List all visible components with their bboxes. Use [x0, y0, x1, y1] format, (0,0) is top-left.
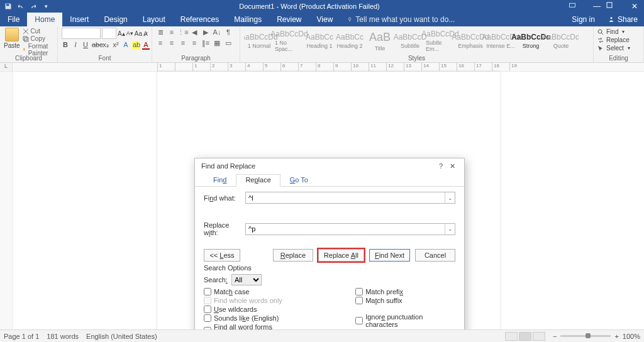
shrink-font-icon[interactable]: A▾: [126, 30, 133, 36]
less-button[interactable]: << Less: [204, 249, 240, 262]
zoom-out-icon[interactable]: −: [553, 333, 557, 340]
tab-mailings[interactable]: Mailings: [226, 13, 269, 26]
find-what-combo[interactable]: ⌄: [245, 192, 455, 204]
align-right-icon[interactable]: ≡: [179, 38, 187, 47]
subscript-button[interactable]: x₂: [102, 41, 109, 50]
style-heading1[interactable]: AaBbCcHeading 1: [304, 28, 335, 54]
find-what-input[interactable]: [246, 192, 445, 203]
replace-one-button[interactable]: Replace: [273, 249, 313, 262]
tab-layout[interactable]: Layout: [135, 13, 173, 26]
style-heading2[interactable]: AaBbCcHeading 2: [335, 28, 365, 54]
minimize-icon[interactable]: ―: [587, 2, 606, 11]
save-icon[interactable]: [4, 2, 13, 11]
match-prefix-check[interactable]: Match prefix: [355, 288, 455, 295]
status-words[interactable]: 181 words: [47, 333, 79, 340]
multilevel-icon[interactable]: ⋮≡: [179, 28, 187, 36]
replace-with-combo[interactable]: ⌄: [245, 223, 455, 235]
find-next-button[interactable]: Find Next: [369, 249, 410, 262]
dialog-help-icon[interactable]: ?: [435, 162, 447, 170]
line-spacing-icon[interactable]: ‖≡: [201, 38, 210, 47]
sounds-like-check[interactable]: Sounds like (English): [204, 314, 299, 322]
borders-icon[interactable]: ▭: [224, 38, 233, 47]
text-effects-icon[interactable]: A: [122, 41, 130, 50]
grow-font-icon[interactable]: A▴: [118, 30, 125, 37]
search-direction-select[interactable]: All: [231, 274, 262, 285]
paste-button[interactable]: Paste: [4, 28, 20, 57]
chevron-down-icon[interactable]: ⌄: [445, 192, 455, 203]
font-name-combo[interactable]: [62, 28, 101, 39]
decrease-indent-icon[interactable]: ◀: [190, 28, 199, 36]
copy-button[interactable]: Copy: [23, 35, 53, 42]
undo-icon[interactable]: [16, 2, 25, 11]
status-language[interactable]: English (United States): [86, 333, 157, 340]
share-button[interactable]: Share: [601, 13, 644, 26]
replace-with-input[interactable]: [246, 224, 445, 234]
match-suffix-check[interactable]: Match suffix: [355, 297, 455, 304]
status-page[interactable]: Page 1 of 1: [4, 333, 39, 340]
dialog-titlebar[interactable]: Find and Replace ? ✕: [195, 158, 464, 174]
maximize-icon[interactable]: [606, 2, 625, 11]
tab-home[interactable]: Home: [27, 13, 62, 26]
cancel-button[interactable]: Cancel: [415, 249, 455, 262]
show-marks-icon[interactable]: ¶: [224, 28, 233, 36]
highlight-icon[interactable]: ab: [132, 41, 140, 50]
bullets-icon[interactable]: ≣: [156, 28, 165, 36]
dialog-tab-goto[interactable]: Go To: [280, 174, 318, 187]
find-button[interactable]: Find▾: [597, 28, 640, 36]
style-normal[interactable]: AaBbCcDd1 Normal: [244, 28, 274, 54]
zoom-in-icon[interactable]: +: [614, 333, 618, 340]
italic-button[interactable]: I: [72, 41, 79, 50]
redo-icon[interactable]: [29, 2, 38, 11]
tab-design[interactable]: Design: [96, 13, 135, 26]
replace-button[interactable]: Replace: [597, 36, 640, 44]
qat-customize-icon[interactable]: ▾: [42, 2, 50, 11]
tab-review[interactable]: Review: [269, 13, 309, 26]
zoom-slider[interactable]: [560, 335, 611, 337]
strikethrough-button[interactable]: abc: [92, 41, 99, 50]
cut-button[interactable]: Cut: [23, 28, 53, 35]
match-case-check[interactable]: Match case: [204, 288, 299, 295]
zoom-control[interactable]: − + 100%: [553, 333, 640, 340]
read-mode-icon[interactable]: [505, 332, 518, 341]
select-button[interactable]: Select▾: [597, 44, 640, 52]
bold-button[interactable]: B: [62, 41, 69, 50]
ignore-punct-check[interactable]: Ignore punctuation characters: [355, 313, 455, 328]
horizontal-ruler[interactable]: 112345678910111213141516171819: [13, 63, 644, 71]
style-emphasis[interactable]: AaBbCcDdEmphasis: [455, 28, 486, 54]
font-color-icon[interactable]: A: [142, 41, 150, 50]
style-nospacing[interactable]: AaBbCcDd1 No Spac...: [274, 28, 304, 54]
document-canvas[interactable]: Find and Replace ? ✕ Find Replace Go To …: [13, 72, 644, 336]
justify-icon[interactable]: ≡: [190, 38, 199, 47]
sort-icon[interactable]: A↓: [213, 28, 221, 36]
align-center-icon[interactable]: ≡: [167, 38, 176, 47]
dialog-close-icon[interactable]: ✕: [447, 162, 458, 170]
ribbon-options-icon[interactable]: [569, 2, 587, 11]
vertical-ruler[interactable]: [0, 72, 13, 336]
tell-me[interactable]: Tell me what you want to do...: [340, 13, 455, 26]
dialog-tab-replace[interactable]: Replace: [236, 174, 280, 187]
style-subtle-em[interactable]: AaBbCcDdSubtle Em...: [425, 28, 455, 54]
replace-all-button[interactable]: Replace All: [318, 249, 364, 262]
close-icon[interactable]: ✕: [625, 2, 644, 11]
web-layout-icon[interactable]: [533, 332, 545, 341]
shading-icon[interactable]: ▦: [213, 38, 221, 47]
zoom-value[interactable]: 100%: [623, 333, 640, 340]
numbering-icon[interactable]: ≡: [167, 28, 176, 36]
sign-in[interactable]: Sign in: [565, 13, 601, 26]
chevron-down-icon[interactable]: ⌄: [445, 224, 455, 234]
superscript-button[interactable]: x²: [112, 41, 119, 50]
dialog-tab-find[interactable]: Find: [204, 174, 236, 187]
tab-references[interactable]: References: [173, 13, 226, 26]
align-left-icon[interactable]: ≡: [156, 38, 165, 47]
tab-file[interactable]: File: [0, 13, 27, 26]
wildcards-check[interactable]: Use wildcards: [204, 306, 299, 313]
font-size-combo[interactable]: [102, 28, 116, 39]
change-case-icon[interactable]: Aa: [135, 30, 142, 37]
clear-formatting-icon[interactable]: A̷: [143, 30, 148, 37]
tab-insert[interactable]: Insert: [62, 13, 96, 26]
underline-button[interactable]: U: [82, 41, 89, 50]
tab-view[interactable]: View: [309, 13, 341, 26]
style-title[interactable]: AaBTitle: [365, 28, 395, 54]
style-quote[interactable]: AaBbCcDdQuote: [546, 28, 576, 54]
style-strong[interactable]: AaBbCcDcStrong: [516, 28, 546, 54]
